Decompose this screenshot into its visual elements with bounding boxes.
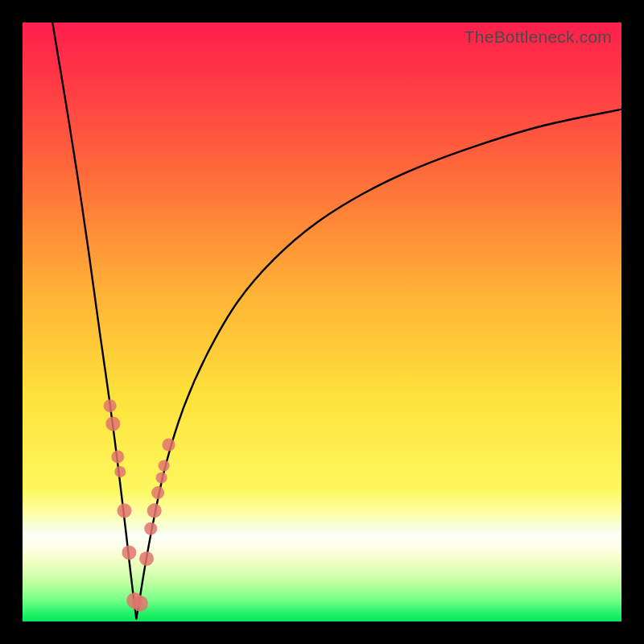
data-marker: [144, 522, 157, 535]
curves-layer: [23, 23, 621, 621]
data-marker: [139, 551, 154, 566]
curve-left-branch: [52, 23, 136, 618]
data-marker: [114, 466, 126, 477]
data-marker: [132, 596, 148, 612]
chart-frame: TheBottleneck.com: [0, 0, 644, 644]
data-marker: [151, 486, 164, 499]
curve-right-branch: [136, 109, 621, 618]
watermark-text: TheBottleneck.com: [464, 27, 612, 47]
data-marker: [104, 399, 117, 412]
data-marker: [147, 503, 162, 518]
data-marker: [156, 472, 167, 483]
plot-area: TheBottleneck.com: [23, 23, 621, 621]
data-marker: [163, 439, 175, 452]
data-marker: [159, 460, 170, 472]
data-marker: [105, 416, 120, 431]
data-marker: [117, 503, 131, 518]
data-marker: [111, 450, 124, 463]
data-marker: [122, 545, 136, 559]
